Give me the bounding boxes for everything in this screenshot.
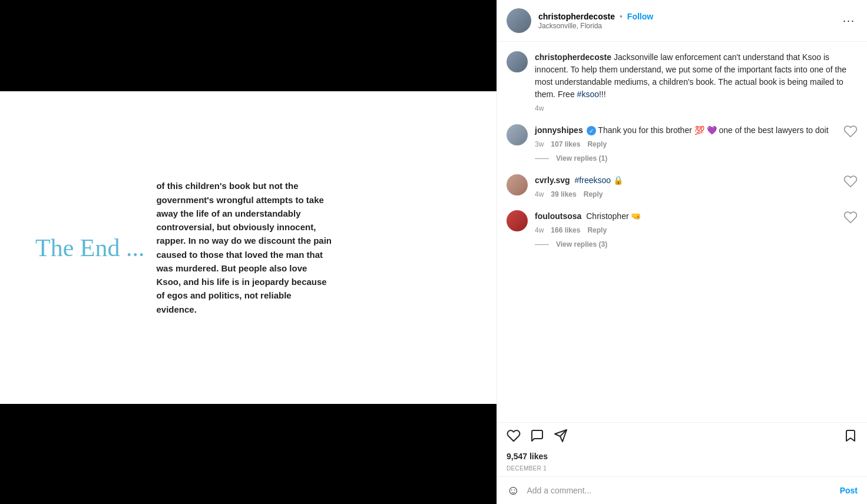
- header-avatar[interactable]: [507, 8, 531, 33]
- view-replies-button-3[interactable]: View replies (3): [556, 240, 607, 248]
- comment-1-avatar[interactable]: [507, 124, 528, 145]
- comment-2-like-button[interactable]: [843, 174, 858, 190]
- verified-badge-1: ✓: [587, 126, 596, 135]
- header-location: Jacksonville, Florida: [538, 22, 840, 30]
- view-replies-1: View replies (1): [535, 154, 858, 163]
- share-button[interactable]: [554, 429, 568, 443]
- share-icon: [554, 429, 568, 443]
- comment-1-meta: 3w 107 likes Reply: [535, 140, 858, 148]
- like-button[interactable]: [507, 429, 521, 443]
- book-text-area: The End ... of this children's book but …: [35, 179, 461, 316]
- add-comment-bar: ☺ Post: [497, 476, 867, 504]
- caption-comment: christopherdecosteJacksonville law enfor…: [507, 51, 858, 112]
- actions-bar: [497, 422, 867, 449]
- image-panel: The End ... of this children's book but …: [0, 0, 497, 504]
- likes-section: 9,547 likes: [497, 449, 867, 464]
- comment-button[interactable]: [530, 429, 544, 443]
- black-bottom-bar: [0, 404, 497, 504]
- post-header: christopherdecoste • Follow Jacksonville…: [497, 0, 867, 42]
- comment-2-text: cvrly.svg #freeksoo 🔒: [535, 175, 623, 185]
- emoji-icon: ☺: [507, 483, 519, 498]
- prev-arrow-button[interactable]: ‹: [6, 243, 25, 261]
- caption-text: christopherdecosteJacksonville law enfor…: [535, 52, 846, 99]
- comment-2-meta: 4w 39 likes Reply: [535, 190, 858, 198]
- comment-3-username[interactable]: fouloutsosa: [535, 211, 581, 221]
- caption-exclamation: !!!: [599, 89, 606, 99]
- more-options-button[interactable]: ···: [840, 12, 858, 29]
- caption-meta: 4w: [535, 104, 858, 112]
- emoji-button[interactable]: ☺: [507, 483, 519, 498]
- comment-2-avatar[interactable]: [507, 174, 528, 195]
- book-paragraph: of this children's book but not the gove…: [156, 179, 333, 316]
- comment-2-reply-button[interactable]: Reply: [584, 190, 603, 198]
- view-replies-line-3: [535, 244, 549, 245]
- comment-2-likes: 39 likes: [551, 190, 576, 198]
- comment-3-reply-button[interactable]: Reply: [587, 226, 607, 234]
- caption-username[interactable]: christopherdecoste: [535, 52, 611, 62]
- comment-3-meta: 4w 166 likes Reply: [535, 226, 858, 234]
- comment-1-time: 3w: [535, 140, 544, 148]
- post-date: DECEMBER 1: [497, 464, 867, 476]
- comment-1: jonnyshipes✓ Thank you for this brother …: [507, 124, 858, 148]
- comment-1-text: jonnyshipes✓ Thank you for this brother …: [535, 125, 829, 135]
- comments-area: christopherdecosteJacksonville law enfor…: [497, 42, 867, 422]
- comment-3-like-button[interactable]: [843, 210, 858, 226]
- comment-1-reply-button[interactable]: Reply: [587, 140, 607, 148]
- comment-3-time: 4w: [535, 226, 544, 234]
- comment-icon: [530, 429, 544, 443]
- comment-3-avatar[interactable]: [507, 210, 528, 231]
- caption-avatar[interactable]: [507, 51, 528, 72]
- comment-2-body: cvrly.svg #freeksoo 🔒 4w 39 likes Reply: [535, 174, 858, 198]
- bookmark-icon: [843, 429, 858, 443]
- view-replies-button-1[interactable]: View replies (1): [556, 154, 607, 163]
- likes-count: 9,547 likes: [507, 452, 548, 461]
- image-content: The End ... of this children's book but …: [0, 0, 497, 504]
- header-username[interactable]: christopherdecoste: [538, 12, 615, 21]
- caption-time: 4w: [535, 104, 544, 112]
- header-avatar-image: [507, 8, 531, 33]
- comment-1-likes: 107 likes: [551, 140, 580, 148]
- comment-input[interactable]: [527, 486, 839, 495]
- caption-body: christopherdecosteJacksonville law enfor…: [535, 51, 858, 112]
- caption-hashtag[interactable]: #ksoo: [577, 89, 599, 99]
- heart-icon-3: [843, 210, 858, 224]
- comment-3-body: fouloutsosa Christopher 🤜 4w 166 likes R…: [535, 210, 858, 234]
- like-icon: [507, 429, 521, 443]
- comment-2: cvrly.svg #freeksoo 🔒 4w 39 likes Reply: [507, 174, 858, 198]
- follow-button[interactable]: Follow: [627, 12, 653, 21]
- header-name-row: christopherdecoste • Follow: [538, 12, 840, 21]
- comment-2-username[interactable]: cvrly.svg: [535, 175, 570, 185]
- book-page: The End ... of this children's book but …: [0, 91, 497, 404]
- heart-icon-1: [843, 124, 858, 138]
- comment-3-likes: 166 likes: [551, 226, 580, 234]
- bookmark-button[interactable]: [843, 429, 858, 443]
- the-end-heading: The End ...: [35, 234, 144, 262]
- heart-icon-2: [843, 174, 858, 188]
- comment-1-username[interactable]: jonnyshipes: [535, 125, 583, 135]
- header-dot: •: [620, 12, 623, 21]
- comment-2-emoji: 🔒: [611, 175, 623, 185]
- comment-1-body: jonnyshipes✓ Thank you for this brother …: [535, 124, 858, 148]
- black-top-bar: [0, 0, 497, 91]
- comment-1-content: Thank you for this brother 💯 💜 one of th…: [596, 125, 829, 135]
- comment-2-time: 4w: [535, 190, 544, 198]
- view-replies-3: View replies (3): [535, 240, 858, 248]
- comment-2-hashtag: #freeksoo: [573, 175, 611, 185]
- comment-3-text: fouloutsosa Christopher 🤜: [535, 211, 641, 221]
- view-replies-line-1: [535, 158, 549, 159]
- right-panel: christopherdecoste • Follow Jacksonville…: [497, 0, 867, 504]
- comment-3: fouloutsosa Christopher 🤜 4w 166 likes R…: [507, 210, 858, 234]
- post-comment-button[interactable]: Post: [840, 486, 858, 495]
- comment-1-like-button[interactable]: [843, 124, 858, 140]
- comment-3-content: Christopher 🤜: [584, 211, 641, 221]
- header-info: christopherdecoste • Follow Jacksonville…: [538, 12, 840, 30]
